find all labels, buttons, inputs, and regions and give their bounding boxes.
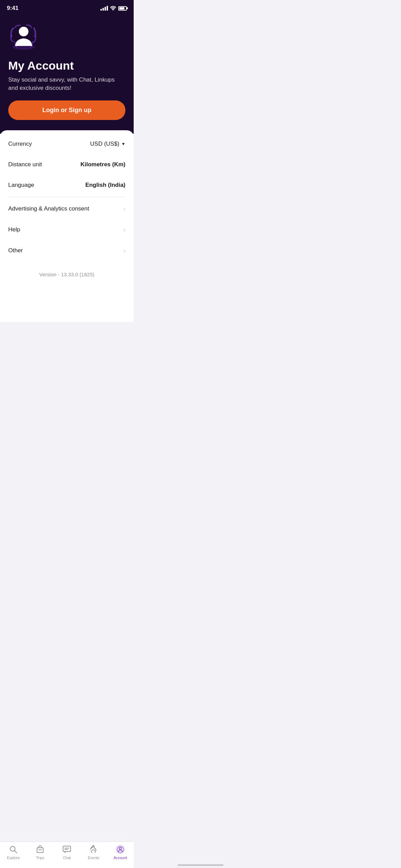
other-row[interactable]: Other › [0,240,134,261]
version-text: Version - 13.33.0 (1825) [0,261,134,284]
other-label: Other [8,247,23,254]
currency-dropdown-arrow: ▼ [121,142,125,146]
distance-unit-label: Distance unit [8,161,42,168]
battery-icon [118,6,127,11]
ad-consent-label: Advertising & Analytics consent [8,205,89,212]
language-row[interactable]: Language English (India) [0,175,134,195]
svg-point-1 [19,27,28,36]
help-chevron-icon: › [123,226,125,233]
page-subtitle: Stay social and savvy, with Chat, Linkup… [8,76,125,92]
status-bar: 9:41 [0,0,134,14]
currency-label: Currency [8,141,32,147]
ad-consent-row[interactable]: Advertising & Analytics consent › [0,198,134,219]
ad-consent-chevron-icon: › [123,205,125,213]
settings-section: Currency USD (US$) ▼ Distance unit Kilom… [0,130,134,322]
header-section: My Account Stay social and savvy, with C… [0,14,134,134]
distance-unit-row[interactable]: Distance unit Kilometres (Km) [0,154,134,175]
status-icons [100,6,127,11]
other-chevron-icon: › [123,247,125,254]
login-signup-button[interactable]: Login or Sign up [8,100,125,120]
status-time: 9:41 [7,5,19,12]
help-row[interactable]: Help › [0,219,134,240]
help-label: Help [8,226,20,233]
signal-icon [100,6,108,11]
avatar-illustration [8,21,39,52]
avatar [8,21,39,52]
wifi-icon [110,6,116,11]
page-title: My Account [8,59,125,72]
language-value: English (India) [85,182,125,189]
currency-row[interactable]: Currency USD (US$) ▼ [0,134,134,154]
distance-unit-value: Kilometres (Km) [81,161,125,168]
currency-value: USD (US$) ▼ [90,141,125,147]
language-label: Language [8,182,34,189]
divider [8,197,125,197]
